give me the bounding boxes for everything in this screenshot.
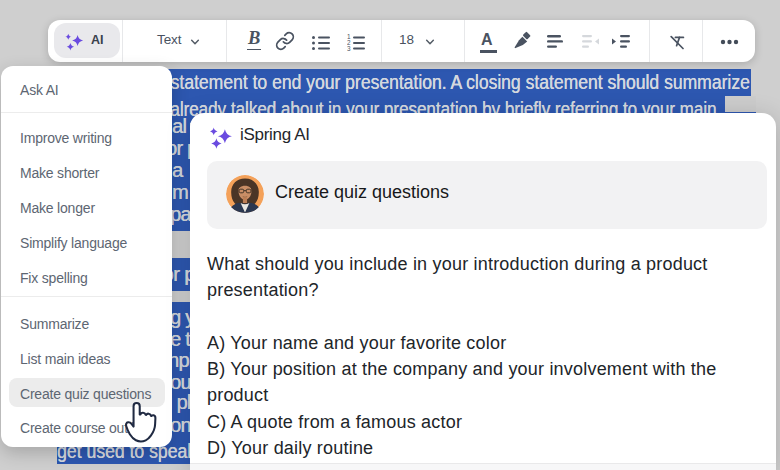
svg-text:3: 3 <box>347 44 351 51</box>
